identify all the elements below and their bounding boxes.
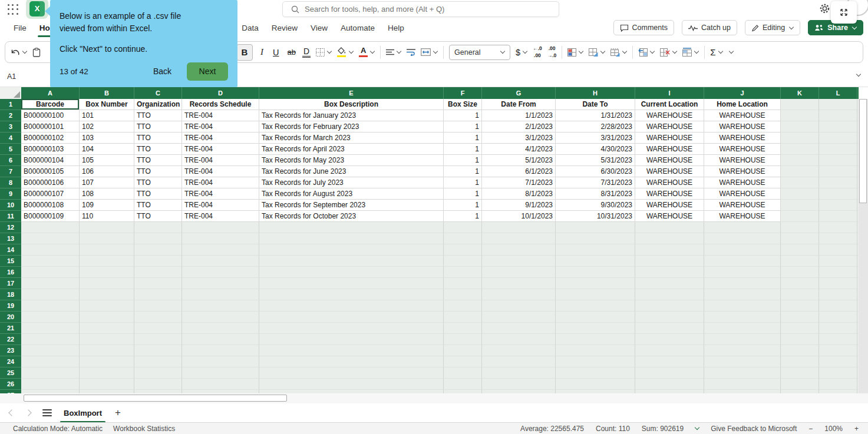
cell-A7[interactable]: B000000105: [21, 166, 80, 177]
cell-J25[interactable]: [704, 367, 781, 379]
cell-J14[interactable]: [704, 244, 781, 256]
cell-A17[interactable]: [21, 278, 80, 289]
cell-C3[interactable]: TTO: [134, 121, 182, 132]
cell-C12[interactable]: [134, 222, 182, 233]
cell-E14[interactable]: [259, 244, 444, 256]
cell-K11[interactable]: [781, 211, 819, 222]
format-cells-button[interactable]: [682, 48, 699, 57]
cell-E24[interactable]: [259, 356, 444, 367]
cell-G8[interactable]: 7/1/2023: [482, 177, 556, 188]
cell-J21[interactable]: [704, 323, 781, 334]
cell-G17[interactable]: [482, 278, 556, 289]
cell-H7[interactable]: 6/30/2023: [556, 166, 635, 177]
tab-data[interactable]: Data: [235, 18, 265, 38]
zoom-in-button[interactable]: +: [854, 425, 859, 433]
cell-G10[interactable]: 9/1/2023: [482, 200, 556, 211]
cell-H22[interactable]: [556, 334, 635, 345]
cell-E10[interactable]: Tax Records for September 2023: [259, 200, 444, 211]
cell-I13[interactable]: [635, 233, 704, 244]
cell-A24[interactable]: [21, 356, 80, 367]
cell-A5[interactable]: B000000103: [21, 144, 80, 155]
cell-K25[interactable]: [781, 367, 819, 379]
cell-I5[interactable]: WAREHOUSE: [635, 144, 704, 155]
cell-F3[interactable]: 1: [444, 121, 482, 132]
horizontal-scrollbar-thumb[interactable]: [24, 395, 287, 402]
cell-H4[interactable]: 3/31/2023: [556, 132, 635, 144]
cell-L8[interactable]: [819, 177, 857, 188]
cell-B23[interactable]: [80, 345, 134, 356]
tab-help[interactable]: Help: [381, 18, 411, 38]
decrease-decimal-button[interactable]: ←.0 .00: [533, 46, 542, 58]
cell-F6[interactable]: 1: [444, 155, 482, 166]
cell-D26[interactable]: [182, 379, 259, 390]
row-header-18[interactable]: 18: [0, 289, 21, 300]
ribbon-overflow-button[interactable]: [728, 51, 734, 53]
cell-L23[interactable]: [819, 345, 857, 356]
cell-I9[interactable]: WAREHOUSE: [635, 188, 704, 200]
cell-I12[interactable]: [635, 222, 704, 233]
cell-B16[interactable]: [80, 267, 134, 278]
cell-K10[interactable]: [781, 200, 819, 211]
cell-E7[interactable]: Tax Records for June 2023: [259, 166, 444, 177]
cell-D2[interactable]: TRE-004: [182, 110, 259, 121]
cell-L20[interactable]: [819, 312, 857, 323]
cell-D17[interactable]: [182, 278, 259, 289]
horizontal-scrollbar[interactable]: [0, 393, 868, 403]
cell-B26[interactable]: [80, 379, 134, 390]
cell-L18[interactable]: [819, 289, 857, 300]
cell-E2[interactable]: Tax Records for January 2023: [259, 110, 444, 121]
cell-J7[interactable]: WAREHOUSE: [704, 166, 781, 177]
cell-F19[interactable]: [444, 300, 482, 312]
cell-F11[interactable]: 1: [444, 211, 482, 222]
back-button[interactable]: Back: [153, 65, 171, 78]
cell-E6[interactable]: Tax Records for May 2023: [259, 155, 444, 166]
cell-E9[interactable]: Tax Records for August 2023: [259, 188, 444, 200]
cell-C25[interactable]: [134, 367, 182, 379]
cell-C20[interactable]: [134, 312, 182, 323]
cell-I7[interactable]: WAREHOUSE: [635, 166, 704, 177]
cell-A3[interactable]: B000000101: [21, 121, 80, 132]
cell-I22[interactable]: [635, 334, 704, 345]
cell-J24[interactable]: [704, 356, 781, 367]
cell-J19[interactable]: [704, 300, 781, 312]
paste-button[interactable]: [32, 48, 41, 57]
cell-I17[interactable]: [635, 278, 704, 289]
row-header-25[interactable]: 25: [0, 367, 21, 379]
cell-F20[interactable]: [444, 312, 482, 323]
cell-D19[interactable]: [182, 300, 259, 312]
cell-A25[interactable]: [21, 367, 80, 379]
cell-I18[interactable]: [635, 289, 704, 300]
row-header-14[interactable]: 14: [0, 244, 21, 256]
cell-G4[interactable]: 3/1/2023: [482, 132, 556, 144]
row-header-6[interactable]: 6: [0, 155, 21, 166]
tab-automate[interactable]: Automate: [334, 18, 381, 38]
cell-I6[interactable]: WAREHOUSE: [635, 155, 704, 166]
all-sheets-menu-icon[interactable]: [42, 409, 52, 410]
cell-C22[interactable]: [134, 334, 182, 345]
cell-G22[interactable]: [482, 334, 556, 345]
cell-K14[interactable]: [781, 244, 819, 256]
app-launcher-waffle-icon[interactable]: [8, 4, 19, 15]
cell-I15[interactable]: [635, 256, 704, 267]
cell-L19[interactable]: [819, 300, 857, 312]
cell-L6[interactable]: [819, 155, 857, 166]
cell-D13[interactable]: [182, 233, 259, 244]
row-header-13[interactable]: 13: [0, 233, 21, 244]
wrap-text-button[interactable]: [407, 48, 415, 56]
cell-A23[interactable]: [21, 345, 80, 356]
cell-A15[interactable]: [21, 256, 80, 267]
cell-D9[interactable]: TRE-004: [182, 188, 259, 200]
cell-E21[interactable]: [259, 323, 444, 334]
cell-B24[interactable]: [80, 356, 134, 367]
cell-styles-button[interactable]: [610, 48, 627, 57]
cell-D4[interactable]: TRE-004: [182, 132, 259, 144]
merge-center-button[interactable]: [421, 48, 438, 56]
cell-G6[interactable]: 5/1/2023: [482, 155, 556, 166]
cell-H15[interactable]: [556, 256, 635, 267]
cell-J12[interactable]: [704, 222, 781, 233]
cell-F8[interactable]: 1: [444, 177, 482, 188]
row-header-12[interactable]: 12: [0, 222, 21, 233]
column-header-I[interactable]: I: [635, 87, 704, 99]
cell-A1[interactable]: Barcode: [21, 99, 80, 110]
cell-C13[interactable]: [134, 233, 182, 244]
